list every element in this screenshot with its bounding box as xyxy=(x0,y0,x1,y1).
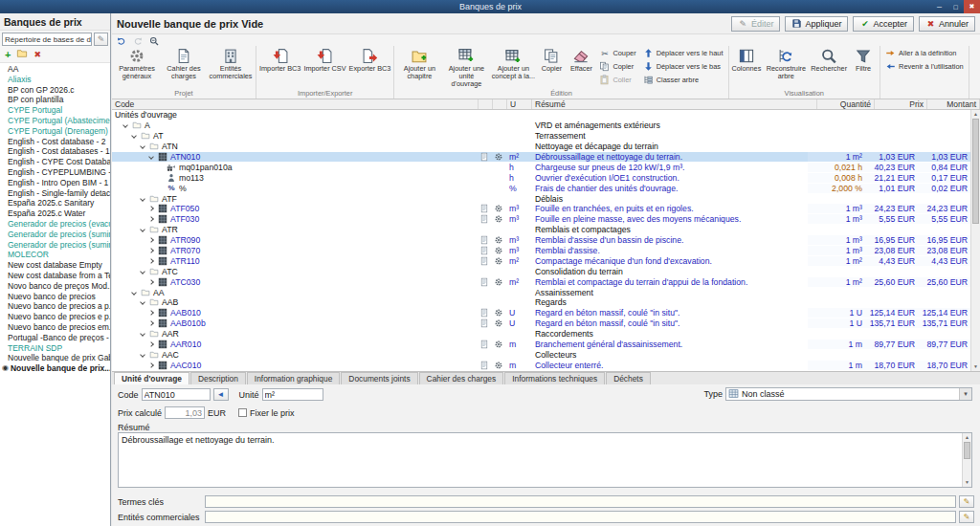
summary-textarea[interactable]: Débroussaillage et nettoyage du terrain. xyxy=(119,433,971,487)
importer-csv-button[interactable]: Importer CSV xyxy=(302,46,346,88)
table-row-aar010[interactable]: AAR010mBranchement général d'assainissem… xyxy=(112,340,970,350)
table-row-aar[interactable]: AARRaccordements xyxy=(112,329,970,340)
colonnes-button[interactable]: Colonnes xyxy=(731,46,763,88)
table-scrollbar[interactable]: ▲ ▼ xyxy=(970,110,980,371)
edit-directory-button[interactable]: ✎ xyxy=(94,33,108,46)
reconstruire-arbre-button[interactable]: Reconstruire arbre xyxy=(763,46,809,88)
column-header-code[interactable]: Code xyxy=(112,99,479,109)
expand-icon[interactable] xyxy=(148,248,154,253)
sidebar-item-nuevo-banco-de-precios-e-p[interactable]: Nuevo banco de precios e p... xyxy=(0,312,110,322)
scroll-up-icon[interactable]: ▲ xyxy=(963,433,971,442)
sidebar-item-english-cost-databases-1[interactable]: English - Cost databases - 1 xyxy=(0,146,110,157)
chevron-down-icon[interactable]: ▾ xyxy=(959,388,971,400)
table-row-aab010[interactable]: AAB010URegard en béton massif, coulé "in… xyxy=(112,308,970,318)
revenir-a-l-utilisation-button[interactable]: Revenir à l'utilisation xyxy=(882,60,967,73)
delete-bank-button[interactable]: ✖ xyxy=(33,49,41,60)
sidebar-item-espana-2025-c-sanitary[interactable]: España 2025.c Sanitary xyxy=(0,198,110,208)
column-header-u[interactable]: U xyxy=(507,99,532,109)
tab-dechets[interactable]: Déchets xyxy=(606,372,651,384)
table-row-a[interactable]: AVRD et aménagements extérieurs xyxy=(112,121,970,131)
ajouter-un-concept-a-la-button[interactable]: Ajouter un concept à la... xyxy=(490,46,536,88)
table-row-atr[interactable]: ATRRemblais et compactages xyxy=(112,225,970,235)
expand-icon[interactable] xyxy=(148,207,154,212)
tab-information-graphique[interactable]: Information graphique xyxy=(247,372,340,384)
copier-button[interactable]: Copier xyxy=(537,46,566,88)
table-row-aab[interactable]: AABRegards xyxy=(112,297,970,308)
maximize-icon[interactable]: □ xyxy=(947,0,964,13)
editer-button[interactable]: ✎Éditer xyxy=(731,16,781,32)
tab-informations-techniques[interactable]: Informations techniques xyxy=(504,372,605,384)
table-row-atf050[interactable]: ATF050m³Fouille en tranchées, en puits e… xyxy=(112,204,970,214)
collapse-icon[interactable] xyxy=(140,331,145,337)
tab-unite-d-ouvrage[interactable]: Unité d'ouvrage xyxy=(114,372,189,384)
scrollbar-thumb[interactable] xyxy=(972,119,979,224)
column-header-tech[interactable] xyxy=(493,99,507,109)
sidebar-item-english-cost-database-2[interactable]: English - Cost database - 2 xyxy=(0,137,110,147)
expand-icon[interactable] xyxy=(148,258,154,264)
scrollbar-track[interactable] xyxy=(963,459,971,478)
ajouter-une-unite-d-ouvrage-button[interactable]: Ajouter une unité d'ouvrage xyxy=(443,46,489,88)
open-bank-button[interactable] xyxy=(16,48,28,61)
add-bank-button[interactable]: + xyxy=(5,49,11,60)
sidebar-item-nuevo-banco-de-precios-em[interactable]: Nuevo banco de precios em... xyxy=(0,322,110,333)
table-row-mq01pan010a[interactable]: mq01pan010ahChargeuse sur pneus de 120 k… xyxy=(112,162,970,172)
collapse-icon[interactable] xyxy=(140,300,145,306)
calculated-price-input[interactable] xyxy=(165,406,205,419)
expand-icon[interactable] xyxy=(148,279,154,285)
collapse-icon[interactable] xyxy=(148,154,154,160)
sidebar-item-espana-2025-c-water[interactable]: España 2025.c Water xyxy=(0,208,110,219)
expand-icon[interactable] xyxy=(148,320,154,326)
undo-button[interactable] xyxy=(115,35,128,46)
redo-button[interactable] xyxy=(131,35,145,46)
column-header-prix[interactable]: Prix xyxy=(875,99,927,109)
code-input[interactable] xyxy=(142,388,211,401)
close-icon[interactable]: ✖ xyxy=(964,0,980,13)
collapse-icon[interactable] xyxy=(140,196,145,202)
table-row-atf[interactable]: ATFDéblais xyxy=(112,193,970,204)
effacer-button[interactable]: Effacer xyxy=(567,46,595,88)
scrollbar-thumb[interactable] xyxy=(964,442,970,459)
couper-button[interactable]: ✂Couper xyxy=(596,47,638,59)
importer-bc3-button[interactable]: Importer BC3 xyxy=(258,46,301,88)
expand-icon[interactable] xyxy=(148,237,154,243)
sidebar-item-portugal-banco-de-precos-1[interactable]: Portugal -Banco de preços - 1 xyxy=(0,333,110,343)
sidebar-item-new-cost-database-empty[interactable]: New cost database Empty xyxy=(0,260,110,271)
sidebar-item-bp-con-plantilla[interactable]: BP con plantilla xyxy=(0,95,110,105)
rechercher-button[interactable]: Rechercher xyxy=(810,46,848,88)
summary-scrollbar[interactable]: ▲ ▼ xyxy=(962,433,971,487)
table-row-at[interactable]: ATTerrassement xyxy=(112,131,970,142)
keywords-input[interactable] xyxy=(205,495,956,508)
collapse-icon[interactable] xyxy=(140,352,145,358)
filtre-button[interactable]: Filtre xyxy=(849,46,878,88)
fix-price-checkbox[interactable] xyxy=(238,408,247,417)
table-row-atr090[interactable]: ATR090m³Remblai d'assise d'un bassin de … xyxy=(112,235,970,246)
minimize-icon[interactable]: ─ xyxy=(931,0,947,13)
sidebar-item-generador-de-precios-evacu[interactable]: Generador de precios (evacu... xyxy=(0,219,110,230)
annuler-button[interactable]: ✖Annuler xyxy=(919,16,975,32)
type-select[interactable]: Non classé ▾ xyxy=(725,387,972,401)
unit-input[interactable] xyxy=(262,388,323,401)
directory-select[interactable]: Répertoire de bases de d... ▾ xyxy=(2,33,92,46)
edit-entities-button[interactable]: ✎ xyxy=(959,511,974,523)
sidebar-item-bp-con-gp-2026-c[interactable]: BP con GP 2026.c xyxy=(0,85,110,96)
entites-commerciales-button[interactable]: Entités commerciales xyxy=(208,46,254,88)
expand-icon[interactable] xyxy=(148,362,154,368)
appliquer-button[interactable]: Appliquer xyxy=(785,16,848,32)
sidebar-item-english-cypeplumbing-1[interactable]: English - CYPEPLUMBING - 1 xyxy=(0,167,110,178)
collapse-icon[interactable] xyxy=(140,269,145,274)
classer-arbre-button[interactable]: Classer arbre xyxy=(640,74,726,86)
collapse-icon[interactable] xyxy=(140,227,145,232)
sidebar-item-molecor[interactable]: MOLECOR xyxy=(0,250,110,260)
table-row-aac010[interactable]: AAC010mCollecteur enterré.1 m18,70 EUR18… xyxy=(112,360,970,370)
column-header-spec[interactable] xyxy=(479,99,493,109)
table-row-atc[interactable]: ATCConsolidation du terrain xyxy=(112,266,970,276)
sidebar-item-aliaxis[interactable]: Aliaxis xyxy=(0,75,110,85)
table-row-atc030[interactable]: ATC030m²Remblai et compactage du terrain… xyxy=(112,276,970,287)
scroll-down-icon[interactable]: ▼ xyxy=(963,478,971,487)
sidebar-item-novo-banco-de-precos-mod[interactable]: Novo banco de preços Mod... xyxy=(0,281,110,292)
edit-keywords-button[interactable]: ✎ xyxy=(959,495,974,508)
expand-icon[interactable] xyxy=(148,217,154,223)
sidebar-item-cype-portugal-drenagem[interactable]: CYPE Portugal (Drenagem) xyxy=(0,126,110,137)
collapse-icon[interactable] xyxy=(131,133,137,139)
parametres-generaux-button[interactable]: Paramètres généraux xyxy=(114,46,160,88)
